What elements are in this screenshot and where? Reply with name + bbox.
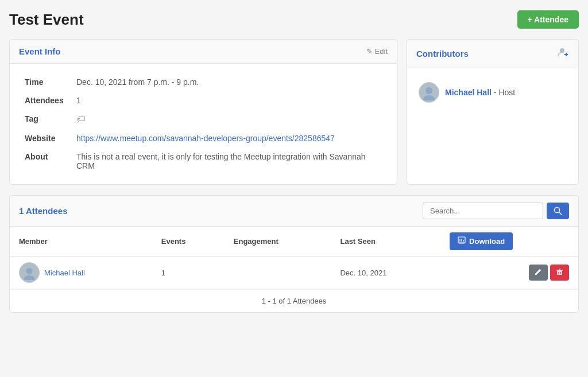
col-member: Member	[10, 227, 152, 256]
website-label: Website	[19, 129, 71, 147]
contributor-info: Michael Hall - Host	[445, 88, 515, 97]
svg-point-3	[425, 87, 432, 94]
member-events: 1	[152, 256, 225, 289]
download-icon	[458, 236, 466, 246]
tag-row: Tag 🏷	[19, 110, 388, 129]
attendees-title: 1 Attendees	[19, 206, 67, 216]
attendees-label: Attendees	[19, 91, 71, 110]
event-info-header: Event Info ✎ Edit	[10, 40, 397, 64]
contributor-avatar	[419, 82, 439, 103]
svg-point-5	[555, 208, 560, 213]
event-info-title: Event Info	[19, 46, 61, 56]
search-area	[423, 203, 569, 219]
svg-point-4	[423, 95, 435, 100]
search-input[interactable]	[423, 203, 543, 219]
contributor-role: - Host	[494, 88, 515, 97]
member-engagement	[225, 256, 331, 289]
search-button[interactable]	[547, 203, 569, 219]
svg-point-13	[24, 275, 35, 280]
attendees-header: 1 Attendees	[10, 196, 578, 227]
contributor-name-link[interactable]: Michael Hall	[445, 88, 492, 97]
about-row: About This is not a real event, it is on…	[19, 147, 388, 175]
website-row: Website https://www.meetup.com/savannah-…	[19, 129, 388, 147]
edit-member-button[interactable]	[529, 265, 548, 281]
member-last-seen: Dec. 10, 2021	[331, 256, 440, 289]
svg-rect-14	[557, 270, 562, 275]
delete-member-button[interactable]	[550, 265, 569, 281]
table-header-row: Member Events Engagement Last Seen	[10, 227, 578, 256]
col-events: Events	[152, 227, 225, 256]
page-title: Test Event	[9, 11, 84, 29]
time-row: Time Dec. 10, 2021 from 7 p.m. - 9 p.m.	[19, 73, 388, 91]
pagination-info: 1 - 1 of 1 Attendees	[10, 289, 578, 312]
tag-label: Tag	[19, 110, 71, 129]
attendees-value: 1	[71, 91, 388, 110]
website-link[interactable]: https://www.meetup.com/savannah-develope…	[76, 134, 335, 143]
tag-icon: 🏷	[76, 114, 86, 124]
event-info-card: Event Info ✎ Edit Time Dec. 10, 2021 fro…	[9, 39, 397, 185]
time-value: Dec. 10, 2021 from 7 p.m. - 9 p.m.	[71, 73, 388, 91]
attendees-table-container: Member Events Engagement Last Seen	[10, 227, 578, 312]
contributors-card: Contributors	[407, 39, 579, 185]
add-contributor-button[interactable]	[558, 46, 569, 61]
event-info-table: Time Dec. 10, 2021 from 7 p.m. - 9 p.m. …	[19, 73, 388, 175]
edit-icon	[535, 268, 542, 275]
edit-icon: ✎	[366, 47, 373, 56]
row-actions	[450, 265, 569, 281]
member-cell: Michael Hall	[19, 262, 143, 283]
time-label: Time	[19, 73, 71, 91]
svg-point-12	[26, 268, 32, 274]
table-row: Michael Hall 1 Dec. 10, 2021	[10, 256, 578, 289]
col-last-seen: Last Seen	[331, 227, 440, 256]
svg-line-6	[559, 212, 562, 215]
col-engagement: Engagement	[225, 227, 331, 256]
col-actions: Download	[440, 227, 578, 256]
contributor-item: Michael Hall - Host	[416, 77, 569, 107]
add-person-icon	[558, 46, 569, 58]
avatar-svg	[421, 84, 437, 100]
edit-event-button[interactable]: ✎ Edit	[366, 47, 388, 56]
download-button[interactable]: Download	[450, 232, 513, 250]
about-label: About	[19, 147, 71, 175]
search-icon	[554, 207, 562, 215]
attendees-table: Member Events Engagement Last Seen	[10, 227, 578, 289]
member-name-link[interactable]: Michael Hall	[44, 269, 85, 277]
member-avatar	[19, 262, 40, 283]
about-value: This is not a real event, it is only for…	[71, 147, 388, 175]
add-attendee-button[interactable]: + Attendee	[517, 10, 579, 29]
attendees-section: 1 Attendees Member Events Engagement	[9, 195, 579, 313]
trash-icon	[556, 268, 563, 275]
contributors-title: Contributors	[416, 49, 469, 59]
contributors-header: Contributors	[407, 40, 578, 68]
attendees-row: Attendees 1	[19, 91, 388, 110]
